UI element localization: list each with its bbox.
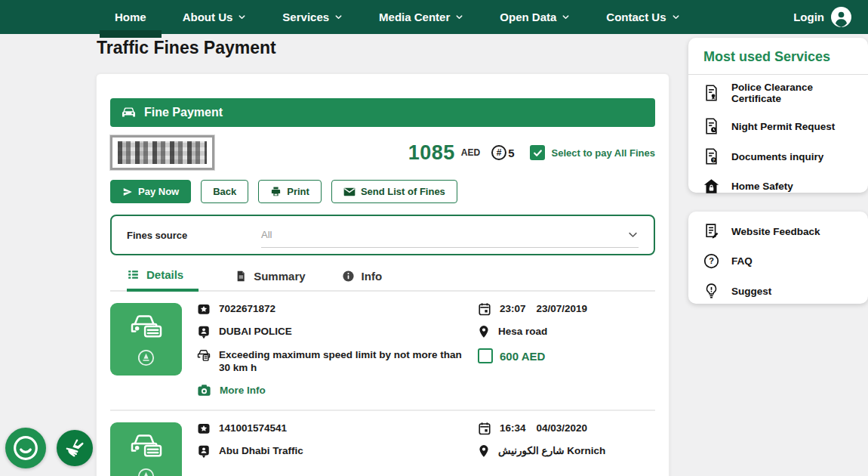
send-plane-icon	[122, 187, 133, 197]
chevron-down-icon	[334, 13, 343, 21]
select-all-label: Select to pay All Fines	[551, 147, 655, 159]
fine-select-checkbox[interactable]	[478, 348, 493, 363]
total-currency: AED	[461, 147, 480, 158]
fine-amount-line: 600 AED	[478, 348, 655, 363]
sidebar-item-website-feedback[interactable]: Website Feedback	[703, 216, 853, 246]
chevron-down-icon	[672, 13, 680, 21]
fine-datetime: 16:3404/03/2020	[500, 422, 587, 435]
tab-details[interactable]: Details	[127, 268, 199, 292]
happiness-feedback-button[interactable]	[5, 428, 46, 468]
fines-source-select[interactable]: All	[261, 229, 639, 248]
fine-location: Hesa road	[498, 326, 547, 338]
fine-date: 04/03/2020	[537, 422, 588, 434]
fine-authority-line: DUBAI POLICE	[197, 326, 463, 339]
fines-source-filter: Fines source All	[110, 215, 655, 255]
chevron-down-icon	[627, 229, 639, 240]
star-badge-icon	[197, 422, 211, 435]
fines-count-badge: # 5	[491, 145, 514, 160]
sidebar-item-label: Suggest	[731, 286, 771, 297]
sign-language-button[interactable]	[57, 430, 93, 466]
fine-location-line: Hesa road	[478, 326, 655, 338]
send-list-of-fines-button[interactable]: Send List of Fines	[331, 180, 457, 203]
nav-item-label: About Us	[183, 11, 233, 23]
location-pin-icon	[478, 444, 490, 458]
tab-info[interactable]: Info	[342, 268, 383, 292]
question-circle-icon: ?	[703, 253, 719, 269]
select-all-checkbox[interactable]	[530, 145, 545, 160]
nav-item-media-center[interactable]: Media Center	[361, 0, 482, 34]
nav-item-services[interactable]: Services	[264, 0, 361, 34]
sidebar-item-faq[interactable]: ? FAQ	[703, 246, 853, 276]
fine-details-column: 7022671872 DUBAI POLICE Exceeding maximu…	[197, 303, 463, 397]
fine-date: 23/07/2019	[537, 303, 588, 314]
fine-number-line: 141001574541	[197, 422, 463, 435]
print-button[interactable]: Print	[258, 180, 322, 203]
fine-payment-banner: Fine Payment	[110, 98, 655, 127]
nav-item-home[interactable]: Home	[97, 0, 165, 34]
fines-source-value: All	[261, 229, 627, 240]
plate-and-total-row: 1085 AED # 5 Select to pay All Fines	[110, 135, 655, 170]
login-button[interactable]: Login	[793, 7, 851, 27]
car-icon	[129, 430, 164, 459]
fine-list-item: 7022671872 DUBAI POLICE Exceeding maximu…	[110, 292, 655, 410]
person-badge-icon	[197, 325, 211, 339]
fines-source-label: Fines source	[127, 230, 261, 241]
car-icon	[129, 311, 164, 339]
sidebar-item-label: Home Safety	[731, 181, 793, 192]
sidebar-item-police-clearance-certificate[interactable]: Police Clearance Certificate	[703, 75, 853, 111]
sidebar-item-night-permit-request[interactable]: Night Permit Request	[703, 111, 853, 141]
feedback-pencil-icon	[703, 223, 719, 240]
certificate-document-icon	[703, 85, 719, 101]
document-question-icon: ?	[703, 148, 719, 165]
fine-authority-line: Abu Dhabi Traffic	[197, 445, 463, 459]
sidebar-item-label: Documents inquiry	[731, 151, 823, 162]
nav-item-label: Home	[115, 11, 146, 23]
sidebar-item-home-safety[interactable]: Home Safety	[703, 172, 853, 201]
pay-now-button[interactable]: Pay Now	[110, 180, 191, 203]
page-title: Traffic Fines Payment	[97, 38, 276, 58]
fine-number-line: 7022671872	[197, 303, 463, 316]
nav-item-label: Contact Us	[606, 11, 666, 23]
nav-item-contact-us[interactable]: Contact Us	[588, 0, 697, 34]
car-icon	[120, 104, 137, 122]
fine-time: 23:07	[500, 303, 526, 314]
back-button[interactable]: Back	[201, 180, 248, 203]
nav-item-label: Open Data	[500, 11, 556, 23]
sidebar-item-label: Police Clearance Certificate	[731, 82, 853, 104]
chevron-down-icon	[562, 13, 570, 21]
chevron-down-icon	[238, 13, 246, 21]
fines-total: 1085 AED # 5 Select to pay All Fines	[408, 141, 655, 165]
fine-payment-card: Fine Payment 1085 AED # 5 Select to pay …	[96, 73, 669, 476]
license-plate	[110, 135, 214, 170]
fine-time: 16:34	[500, 422, 526, 434]
smiley-icon	[11, 433, 41, 463]
pay-now-label: Pay Now	[138, 186, 179, 197]
fine-number: 7022671872	[219, 303, 275, 316]
nav-item-open-data[interactable]: Open Data	[482, 0, 588, 34]
calendar-icon	[478, 302, 491, 316]
fine-amount: 600 AED	[500, 350, 545, 363]
fine-authority: Abu Dhabi Traffic	[219, 445, 303, 458]
nav-item-label: Services	[282, 11, 329, 23]
more-info-link[interactable]: More Info	[197, 385, 463, 397]
printer-icon	[270, 186, 282, 197]
sidebar-title: Most used Services	[703, 38, 853, 74]
calendar-icon	[478, 422, 491, 435]
nav-item-about-us[interactable]: About Us	[165, 0, 265, 34]
sidebar-item-documents-inquiry[interactable]: ? Documents inquiry	[703, 141, 853, 172]
police-emblem-icon	[136, 348, 156, 368]
fine-meta-column: 16:3404/03/2020 شارع الكورنيش Kornich	[478, 422, 655, 476]
nav-menu: Home About Us Services Media Center Open…	[97, 0, 698, 34]
tab-summary[interactable]: Summary	[235, 268, 305, 292]
svg-text:?: ?	[709, 256, 714, 265]
send-list-label: Send List of Fines	[361, 186, 445, 197]
fine-datetime-line: 16:3404/03/2020	[478, 422, 655, 435]
sidebar-item-label: FAQ	[731, 255, 753, 267]
sidebar-item-suggest[interactable]: Suggest	[703, 276, 853, 306]
license-plate-blurred-number	[118, 141, 207, 164]
document-icon	[235, 270, 247, 283]
top-navigation: Home About Us Services Media Center Open…	[0, 0, 868, 34]
lightbulb-icon	[703, 283, 719, 299]
login-label: Login	[793, 11, 824, 23]
tab-details-label: Details	[146, 268, 183, 281]
